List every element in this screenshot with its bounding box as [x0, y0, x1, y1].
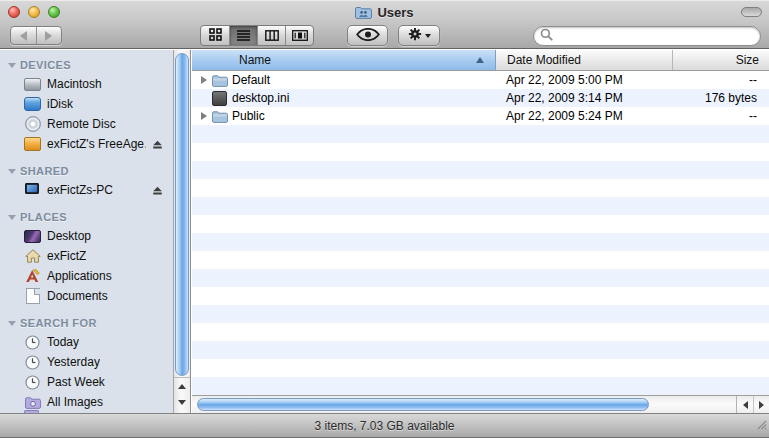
sidebar-item[interactable]: Remote Disc	[0, 114, 173, 134]
idisk-icon	[24, 96, 41, 112]
toolbar-toggle-pill[interactable]	[741, 7, 762, 17]
column-header-date-modified[interactable]: Date Modified	[497, 50, 673, 70]
file-list: Name Date Modified Size Default Apr 22, …	[192, 50, 769, 413]
file-size: --	[749, 109, 757, 123]
table-row[interactable]: desktop.ini Apr 22, 2009 3:14 PM 176 byt…	[192, 89, 769, 107]
sidebar-section: DEVICES Macintosh iDisk Remote Disc exFi…	[0, 56, 173, 154]
status-bar: 3 items, 7.03 GB available	[0, 413, 769, 438]
sidebar-item[interactable]: Applications	[0, 266, 173, 286]
search-field[interactable]	[533, 26, 761, 46]
disclosure-triangle-icon	[8, 215, 16, 220]
view-mode-coverflow-view-button[interactable]	[285, 26, 313, 45]
view-mode-column-view-button[interactable]	[257, 26, 285, 45]
forward-arrow-icon	[45, 31, 52, 41]
column-view-icon	[265, 27, 279, 45]
sidebar-item[interactable]: Desktop	[0, 226, 173, 246]
sidebar-scrollbar[interactable]	[173, 50, 191, 413]
coverflow-view-icon	[292, 27, 308, 45]
sidebar-item[interactable]: Yesterday	[0, 352, 173, 372]
sidebar-section-header[interactable]: DEVICES	[0, 56, 173, 74]
scroll-up-button[interactable]	[174, 377, 190, 394]
sidebar-item[interactable]: Documents	[0, 286, 173, 306]
disclosure-triangle-icon	[8, 63, 16, 68]
sidebar-item[interactable]: Past Week	[0, 372, 173, 392]
sidebar-scrollbar-thumb[interactable]	[175, 53, 189, 376]
main-area: DEVICES Macintosh iDisk Remote Disc exFi…	[0, 50, 769, 413]
horizontal-scroll-arrows	[736, 396, 769, 413]
sidebar-section-header[interactable]: SHARED	[0, 162, 173, 180]
file-size: --	[749, 73, 757, 87]
column-header-size[interactable]: Size	[674, 50, 769, 70]
sidebar-section: PLACES Desktop exFictZ Applications Docu…	[0, 208, 173, 306]
list-header: Name Date Modified Size	[192, 50, 769, 71]
sidebar-item-label: Documents	[47, 289, 108, 303]
sidebar-section-header[interactable]: PLACES	[0, 208, 173, 226]
back-button[interactable]	[11, 27, 36, 44]
nav-buttons	[10, 26, 62, 45]
sidebar-item-label: Today	[47, 335, 79, 349]
scroll-right-button[interactable]	[753, 396, 769, 413]
horizontal-scrollbar[interactable]	[192, 395, 769, 413]
forward-button[interactable]	[36, 27, 61, 44]
disclosure-triangle-icon	[8, 169, 16, 174]
sidebar-item-label: Past Week	[47, 375, 105, 389]
applications-icon	[24, 268, 41, 284]
column-header-label: Name	[239, 53, 271, 67]
magnifier-icon	[540, 27, 553, 45]
titlebar[interactable]: Users	[0, 1, 769, 23]
toolbar	[0, 23, 769, 49]
disclosure-triangle-icon	[8, 321, 16, 326]
scroll-left-button[interactable]	[737, 396, 753, 413]
date-modified: Apr 22, 2009 3:14 PM	[506, 91, 623, 105]
external-drive-icon	[24, 136, 41, 152]
view-mode-icon-view-button[interactable]	[201, 26, 229, 45]
view-mode-list-view-button[interactable]	[229, 26, 257, 45]
rows-area[interactable]: Default Apr 22, 2009 5:00 PM -- desktop.…	[192, 71, 769, 395]
table-row[interactable]: Default Apr 22, 2009 5:00 PM --	[192, 71, 769, 89]
finder-window: Users	[0, 0, 769, 438]
computer-icon	[24, 182, 41, 198]
sidebar-item[interactable]: Today	[0, 332, 173, 352]
disclosure-triangle-icon[interactable]	[201, 76, 207, 84]
sidebar-item[interactable]: All Images	[0, 392, 173, 412]
internal-drive-icon	[24, 76, 41, 92]
desktop-icon	[24, 228, 41, 244]
sidebar-section-header[interactable]: SEARCH FOR	[0, 314, 173, 332]
action-menu-button[interactable]	[398, 25, 440, 46]
arrow-down-icon	[178, 400, 186, 405]
sidebar-item[interactable]: exFictZ	[0, 246, 173, 266]
sidebar-section: SHARED exFictZs-PC	[0, 162, 173, 200]
users-folder-icon	[355, 4, 372, 20]
sidebar-item[interactable]: iDisk	[0, 94, 173, 114]
eject-icon[interactable]	[152, 185, 163, 196]
column-header-name[interactable]: Name	[192, 50, 496, 70]
sidebar-item-label: exFictZs-PC	[47, 183, 113, 197]
scroll-down-button[interactable]	[174, 394, 190, 411]
eye-icon	[356, 27, 380, 45]
table-row[interactable]: Public Apr 22, 2009 5:24 PM --	[192, 107, 769, 125]
sidebar-item-label: Remote Disc	[47, 117, 116, 131]
disclosure-triangle-icon[interactable]	[201, 112, 207, 120]
window-title: Users	[377, 5, 413, 20]
search-input[interactable]	[557, 28, 760, 44]
title-group: Users	[0, 1, 769, 23]
sidebar-item-label: Macintosh	[47, 77, 102, 91]
sidebar-item[interactable]: exFictZ's FreeAge…	[0, 134, 173, 154]
smart-folder-icon	[24, 394, 41, 410]
horizontal-scrollbar-thumb[interactable]	[197, 398, 649, 411]
sidebar-item-label: All Images	[47, 395, 103, 409]
eject-icon[interactable]	[152, 139, 163, 150]
file-icon	[211, 90, 228, 106]
file-name: Public	[232, 109, 265, 123]
resize-grip-icon[interactable]	[755, 416, 767, 434]
sidebar-item[interactable]: exFictZs-PC	[0, 180, 173, 200]
folder-icon	[211, 72, 228, 88]
sidebar-item[interactable]: Macintosh	[0, 74, 173, 94]
quicklook-button[interactable]	[347, 25, 388, 46]
sidebar-section-label: SEARCH FOR	[20, 317, 97, 329]
sidebar-item-label: Applications	[47, 269, 112, 283]
status-text: 3 items, 7.03 GB available	[314, 419, 454, 433]
sidebar-section-label: DEVICES	[20, 59, 71, 71]
sidebar-item-label: Desktop	[47, 229, 91, 243]
clock-icon	[24, 374, 41, 390]
